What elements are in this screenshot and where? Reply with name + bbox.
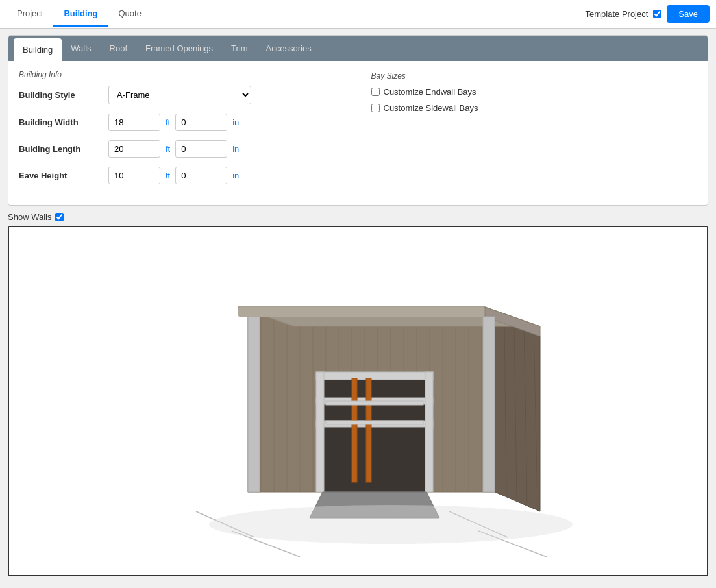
width-in-unit: in bbox=[232, 117, 239, 127]
show-walls-label: Show Walls bbox=[8, 212, 51, 222]
building-width-ft[interactable] bbox=[108, 114, 160, 131]
svg-rect-40 bbox=[366, 378, 371, 482]
eave-in-unit: in bbox=[232, 171, 239, 180]
nav-tabs: Project Building Quote bbox=[6, 2, 152, 27]
template-label: Template Project bbox=[586, 9, 648, 19]
building-width-in[interactable] bbox=[175, 114, 227, 131]
svg-rect-38 bbox=[425, 372, 433, 492]
form-area: Building Info Building Style A-Frame Sin… bbox=[8, 61, 708, 205]
template-checkbox[interactable] bbox=[653, 10, 661, 18]
show-walls-checkbox[interactable] bbox=[55, 213, 64, 221]
sub-tab-building[interactable]: Building bbox=[14, 38, 62, 61]
svg-rect-34 bbox=[316, 372, 433, 380]
customize-sidewall-row: Customize Sidewall Bays bbox=[371, 103, 698, 113]
sub-tab-roof[interactable]: Roof bbox=[101, 36, 136, 61]
nav-tab-building[interactable]: Building bbox=[53, 2, 108, 27]
bay-sizes-title: Bay Sizes bbox=[371, 71, 698, 80]
building-length-label: Bulding Length bbox=[19, 144, 103, 154]
customize-endwall-label: Customize Endwall Bays bbox=[384, 87, 476, 97]
eave-height-ft[interactable] bbox=[108, 167, 160, 184]
sub-tabs: Building Walls Roof Framed Openings Trim… bbox=[8, 36, 708, 61]
building-3d-view bbox=[9, 227, 707, 575]
length-in-unit: in bbox=[232, 144, 239, 154]
building-viewer bbox=[8, 226, 708, 576]
building-svg bbox=[131, 239, 586, 563]
top-nav: Project Building Quote Template Project … bbox=[0, 0, 716, 29]
building-length-row: Bulding Length ft in bbox=[19, 140, 345, 158]
sub-tab-framed-openings[interactable]: Framed Openings bbox=[136, 36, 222, 61]
svg-rect-39 bbox=[352, 378, 357, 482]
sub-tab-accessories[interactable]: Accessories bbox=[257, 36, 321, 61]
sub-tab-walls[interactable]: Walls bbox=[62, 36, 100, 61]
eave-height-in[interactable] bbox=[175, 167, 227, 184]
save-button[interactable]: Save bbox=[667, 5, 710, 23]
building-length-ft[interactable] bbox=[108, 140, 160, 158]
nav-tab-quote[interactable]: Quote bbox=[108, 2, 151, 27]
customize-endwall-row: Customize Endwall Bays bbox=[371, 87, 698, 97]
nav-tab-project[interactable]: Project bbox=[6, 2, 53, 27]
building-style-label: Building Style bbox=[19, 90, 103, 100]
svg-rect-31 bbox=[248, 317, 260, 492]
customize-sidewall-label: Customize Sidewall Bays bbox=[384, 103, 478, 113]
svg-rect-42 bbox=[326, 421, 423, 424]
width-ft-unit: ft bbox=[166, 117, 170, 127]
customize-sidewall-checkbox[interactable] bbox=[371, 104, 380, 112]
building-width-row: Building Width ft in bbox=[19, 114, 345, 131]
building-width-label: Building Width bbox=[19, 117, 103, 127]
eave-height-label: Eave Height bbox=[19, 171, 103, 180]
config-card: Building Walls Roof Framed Openings Trim… bbox=[8, 35, 708, 206]
svg-rect-32 bbox=[483, 317, 495, 492]
show-walls-row: Show Walls bbox=[8, 212, 708, 222]
customize-endwall-checkbox[interactable] bbox=[371, 88, 380, 96]
length-ft-unit: ft bbox=[166, 144, 170, 154]
eave-ft-unit: ft bbox=[166, 171, 170, 180]
main-content: Building Walls Roof Framed Openings Trim… bbox=[0, 29, 716, 583]
sub-tab-trim[interactable]: Trim bbox=[222, 36, 257, 61]
svg-point-44 bbox=[209, 505, 573, 544]
building-length-in[interactable] bbox=[175, 140, 227, 158]
eave-height-row: Eave Height ft in bbox=[19, 167, 345, 184]
building-style-row: Building Style A-Frame Single Slope Lean… bbox=[19, 86, 345, 104]
building-style-select[interactable]: A-Frame Single Slope Lean-To bbox=[108, 86, 251, 104]
building-info-section: Building Info Building Style A-Frame Sin… bbox=[19, 70, 345, 193]
building-info-title: Building Info bbox=[19, 70, 345, 79]
svg-rect-41 bbox=[326, 401, 423, 405]
svg-rect-33 bbox=[323, 375, 426, 492]
svg-rect-29 bbox=[238, 307, 485, 317]
svg-marker-23 bbox=[495, 317, 540, 511]
bay-sizes-section: Bay Sizes Customize Endwall Bays Customi… bbox=[371, 70, 698, 193]
svg-rect-37 bbox=[316, 372, 324, 492]
top-nav-right: Template Project Save bbox=[586, 5, 710, 23]
